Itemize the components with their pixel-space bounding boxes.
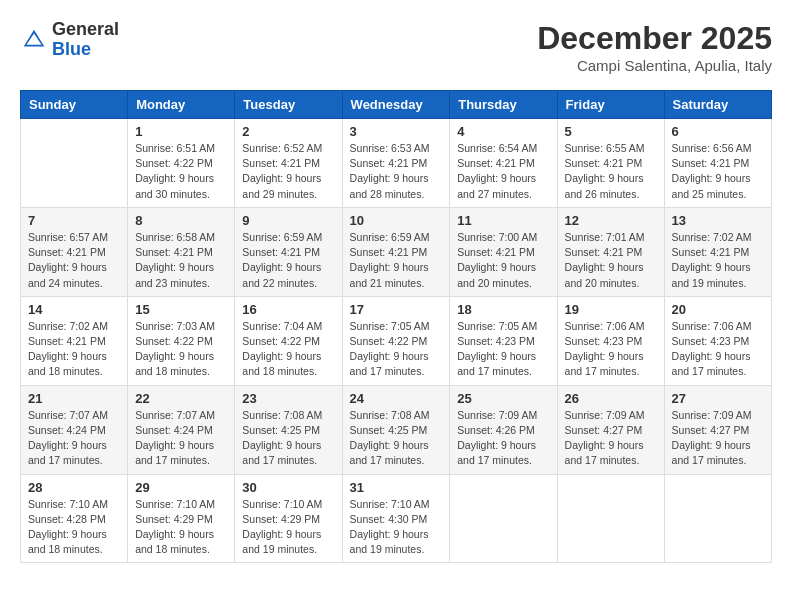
calendar-cell: 14 Sunrise: 7:02 AMSunset: 4:21 PMDaylig… <box>21 296 128 385</box>
calendar-cell: 27 Sunrise: 7:09 AMSunset: 4:27 PMDaylig… <box>664 385 771 474</box>
calendar-cell: 12 Sunrise: 7:01 AMSunset: 4:21 PMDaylig… <box>557 207 664 296</box>
day-number: 29 <box>135 480 227 495</box>
day-info: Sunrise: 7:07 AMSunset: 4:24 PMDaylight:… <box>28 408 120 469</box>
header-sunday: Sunday <box>21 91 128 119</box>
day-number: 13 <box>672 213 764 228</box>
calendar-header-row: SundayMondayTuesdayWednesdayThursdayFrid… <box>21 91 772 119</box>
day-info: Sunrise: 7:09 AMSunset: 4:27 PMDaylight:… <box>565 408 657 469</box>
calendar-cell: 7 Sunrise: 6:57 AMSunset: 4:21 PMDayligh… <box>21 207 128 296</box>
day-info: Sunrise: 6:59 AMSunset: 4:21 PMDaylight:… <box>242 230 334 291</box>
logo-general: General <box>52 19 119 39</box>
day-number: 7 <box>28 213 120 228</box>
calendar-cell: 29 Sunrise: 7:10 AMSunset: 4:29 PMDaylig… <box>128 474 235 563</box>
day-number: 2 <box>242 124 334 139</box>
calendar-cell <box>557 474 664 563</box>
day-number: 3 <box>350 124 443 139</box>
calendar-cell: 26 Sunrise: 7:09 AMSunset: 4:27 PMDaylig… <box>557 385 664 474</box>
calendar-week-row: 1 Sunrise: 6:51 AMSunset: 4:22 PMDayligh… <box>21 119 772 208</box>
calendar-cell: 30 Sunrise: 7:10 AMSunset: 4:29 PMDaylig… <box>235 474 342 563</box>
day-info: Sunrise: 7:09 AMSunset: 4:27 PMDaylight:… <box>672 408 764 469</box>
calendar-cell: 5 Sunrise: 6:55 AMSunset: 4:21 PMDayligh… <box>557 119 664 208</box>
logo-text: General Blue <box>52 20 119 60</box>
logo-blue: Blue <box>52 39 91 59</box>
day-number: 27 <box>672 391 764 406</box>
calendar-week-row: 14 Sunrise: 7:02 AMSunset: 4:21 PMDaylig… <box>21 296 772 385</box>
location-subtitle: Campi Salentina, Apulia, Italy <box>537 57 772 74</box>
header-friday: Friday <box>557 91 664 119</box>
header-saturday: Saturday <box>664 91 771 119</box>
day-number: 20 <box>672 302 764 317</box>
day-info: Sunrise: 7:10 AMSunset: 4:30 PMDaylight:… <box>350 497 443 558</box>
day-number: 19 <box>565 302 657 317</box>
day-info: Sunrise: 6:53 AMSunset: 4:21 PMDaylight:… <box>350 141 443 202</box>
day-info: Sunrise: 7:10 AMSunset: 4:28 PMDaylight:… <box>28 497 120 558</box>
day-number: 5 <box>565 124 657 139</box>
day-info: Sunrise: 7:05 AMSunset: 4:23 PMDaylight:… <box>457 319 549 380</box>
day-info: Sunrise: 7:09 AMSunset: 4:26 PMDaylight:… <box>457 408 549 469</box>
calendar-cell: 28 Sunrise: 7:10 AMSunset: 4:28 PMDaylig… <box>21 474 128 563</box>
day-number: 30 <box>242 480 334 495</box>
calendar-cell: 3 Sunrise: 6:53 AMSunset: 4:21 PMDayligh… <box>342 119 450 208</box>
calendar-cell: 4 Sunrise: 6:54 AMSunset: 4:21 PMDayligh… <box>450 119 557 208</box>
calendar-cell <box>21 119 128 208</box>
calendar-week-row: 21 Sunrise: 7:07 AMSunset: 4:24 PMDaylig… <box>21 385 772 474</box>
day-number: 28 <box>28 480 120 495</box>
calendar-cell: 21 Sunrise: 7:07 AMSunset: 4:24 PMDaylig… <box>21 385 128 474</box>
day-number: 1 <box>135 124 227 139</box>
logo: General Blue <box>20 20 119 60</box>
calendar-cell: 24 Sunrise: 7:08 AMSunset: 4:25 PMDaylig… <box>342 385 450 474</box>
day-number: 31 <box>350 480 443 495</box>
calendar-cell: 18 Sunrise: 7:05 AMSunset: 4:23 PMDaylig… <box>450 296 557 385</box>
day-info: Sunrise: 6:57 AMSunset: 4:21 PMDaylight:… <box>28 230 120 291</box>
day-info: Sunrise: 7:10 AMSunset: 4:29 PMDaylight:… <box>135 497 227 558</box>
calendar-cell: 1 Sunrise: 6:51 AMSunset: 4:22 PMDayligh… <box>128 119 235 208</box>
day-number: 18 <box>457 302 549 317</box>
day-info: Sunrise: 7:00 AMSunset: 4:21 PMDaylight:… <box>457 230 549 291</box>
day-info: Sunrise: 6:56 AMSunset: 4:21 PMDaylight:… <box>672 141 764 202</box>
day-info: Sunrise: 7:08 AMSunset: 4:25 PMDaylight:… <box>242 408 334 469</box>
day-info: Sunrise: 6:54 AMSunset: 4:21 PMDaylight:… <box>457 141 549 202</box>
header-monday: Monday <box>128 91 235 119</box>
day-info: Sunrise: 7:08 AMSunset: 4:25 PMDaylight:… <box>350 408 443 469</box>
day-info: Sunrise: 7:07 AMSunset: 4:24 PMDaylight:… <box>135 408 227 469</box>
logo-icon <box>20 26 48 54</box>
day-number: 9 <box>242 213 334 228</box>
day-info: Sunrise: 7:05 AMSunset: 4:22 PMDaylight:… <box>350 319 443 380</box>
day-number: 6 <box>672 124 764 139</box>
day-number: 8 <box>135 213 227 228</box>
day-number: 16 <box>242 302 334 317</box>
day-info: Sunrise: 7:10 AMSunset: 4:29 PMDaylight:… <box>242 497 334 558</box>
day-info: Sunrise: 6:59 AMSunset: 4:21 PMDaylight:… <box>350 230 443 291</box>
day-number: 26 <box>565 391 657 406</box>
header-tuesday: Tuesday <box>235 91 342 119</box>
page-header: General Blue December 2025 Campi Salenti… <box>20 20 772 74</box>
day-number: 23 <box>242 391 334 406</box>
day-info: Sunrise: 7:04 AMSunset: 4:22 PMDaylight:… <box>242 319 334 380</box>
calendar-cell <box>450 474 557 563</box>
calendar-cell: 11 Sunrise: 7:00 AMSunset: 4:21 PMDaylig… <box>450 207 557 296</box>
day-info: Sunrise: 7:03 AMSunset: 4:22 PMDaylight:… <box>135 319 227 380</box>
day-number: 17 <box>350 302 443 317</box>
calendar-cell: 19 Sunrise: 7:06 AMSunset: 4:23 PMDaylig… <box>557 296 664 385</box>
day-number: 15 <box>135 302 227 317</box>
header-wednesday: Wednesday <box>342 91 450 119</box>
calendar-cell: 22 Sunrise: 7:07 AMSunset: 4:24 PMDaylig… <box>128 385 235 474</box>
calendar-cell: 9 Sunrise: 6:59 AMSunset: 4:21 PMDayligh… <box>235 207 342 296</box>
calendar-cell: 16 Sunrise: 7:04 AMSunset: 4:22 PMDaylig… <box>235 296 342 385</box>
month-title: December 2025 <box>537 20 772 57</box>
header-thursday: Thursday <box>450 91 557 119</box>
calendar-cell: 31 Sunrise: 7:10 AMSunset: 4:30 PMDaylig… <box>342 474 450 563</box>
day-number: 22 <box>135 391 227 406</box>
day-info: Sunrise: 7:06 AMSunset: 4:23 PMDaylight:… <box>672 319 764 380</box>
calendar-cell <box>664 474 771 563</box>
day-number: 4 <box>457 124 549 139</box>
calendar-cell: 15 Sunrise: 7:03 AMSunset: 4:22 PMDaylig… <box>128 296 235 385</box>
day-info: Sunrise: 6:58 AMSunset: 4:21 PMDaylight:… <box>135 230 227 291</box>
day-info: Sunrise: 7:01 AMSunset: 4:21 PMDaylight:… <box>565 230 657 291</box>
title-block: December 2025 Campi Salentina, Apulia, I… <box>537 20 772 74</box>
day-number: 25 <box>457 391 549 406</box>
day-number: 21 <box>28 391 120 406</box>
calendar-cell: 6 Sunrise: 6:56 AMSunset: 4:21 PMDayligh… <box>664 119 771 208</box>
day-number: 14 <box>28 302 120 317</box>
calendar-cell: 17 Sunrise: 7:05 AMSunset: 4:22 PMDaylig… <box>342 296 450 385</box>
